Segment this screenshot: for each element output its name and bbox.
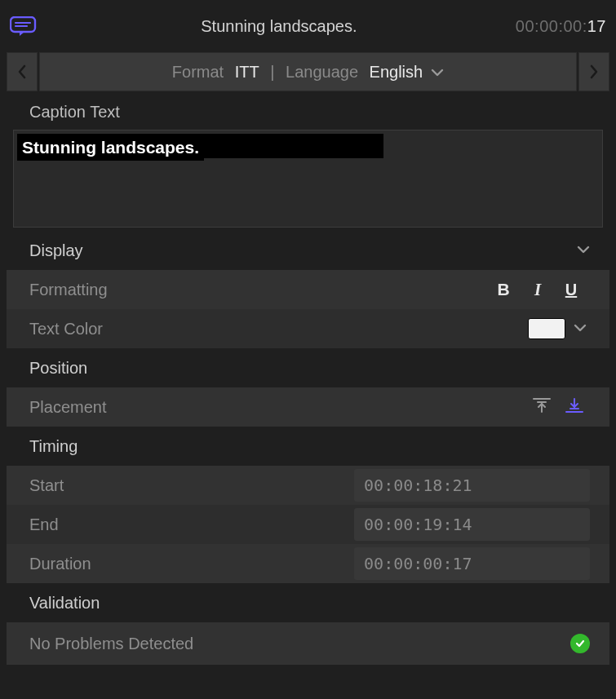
duration-value-field[interactable]: 00:00:00:17 (354, 547, 590, 580)
placement-row: Placement (7, 387, 609, 427)
timing-end-row: End 00:00:19:14 (7, 505, 609, 544)
text-color-row: Text Color (7, 309, 609, 348)
end-value-field[interactable]: 00:00:19:14 (354, 508, 590, 541)
placement-bottom-button[interactable] (565, 397, 583, 417)
caption-text-label: Caption Text (7, 91, 609, 130)
validation-status-text: No Problems Detected (29, 635, 570, 653)
validation-status-row: No Problems Detected (7, 622, 609, 665)
start-value: 00:00:18:21 (364, 476, 472, 495)
caption-text-selection-pad (204, 134, 383, 158)
timecode-prefix: 00:00:00: (516, 17, 587, 35)
display-section-header[interactable]: Display (7, 231, 609, 270)
formatting-row: Formatting B I U (7, 270, 609, 309)
format-label: Format (172, 63, 224, 82)
chevron-down-icon[interactable] (574, 321, 587, 336)
timing-section-header: Timing (7, 427, 609, 466)
italic-button[interactable]: I (531, 280, 544, 300)
format-value: ITT (235, 63, 259, 82)
language-value: English (370, 63, 423, 82)
underline-button[interactable]: U (564, 281, 578, 299)
chevron-down-icon (431, 63, 444, 82)
header-timecode: 00:00:00:17 (516, 16, 606, 36)
text-color-swatch[interactable] (528, 318, 565, 339)
start-label: Start (29, 476, 354, 495)
svg-rect-0 (11, 17, 35, 32)
validation-section-header: Validation (7, 583, 609, 622)
check-icon (574, 638, 586, 649)
text-color-label: Text Color (29, 320, 528, 338)
format-language-dropdown[interactable]: Format ITT | Language English (39, 52, 577, 91)
caption-text-value[interactable]: Stunning landscapes. (17, 134, 204, 161)
format-separator: | (270, 63, 274, 82)
duration-value: 00:00:00:17 (364, 554, 472, 573)
prev-caption-button[interactable] (7, 52, 38, 91)
timecode-frames: 17 (587, 17, 606, 35)
align-top-icon (533, 397, 551, 414)
bold-button[interactable]: B (495, 280, 512, 299)
chevron-right-icon (588, 64, 600, 79)
duration-label: Duration (29, 555, 354, 573)
placement-top-button[interactable] (533, 397, 551, 417)
align-bottom-icon (565, 397, 583, 414)
position-section-label: Position (29, 359, 590, 378)
position-section-header: Position (7, 348, 609, 387)
timing-section-label: Timing (29, 437, 590, 456)
caption-text-editor[interactable]: Stunning landscapes. (13, 130, 603, 228)
chevron-left-icon (16, 64, 28, 79)
validation-section-label: Validation (29, 594, 590, 613)
caption-indicator-icon (10, 16, 42, 36)
validation-ok-badge (570, 634, 590, 653)
language-label: Language (286, 63, 358, 82)
format-navbar: Format ITT | Language English (7, 52, 609, 91)
start-value-field[interactable]: 00:00:18:21 (354, 469, 590, 502)
chevron-down-icon (577, 243, 590, 258)
placement-label: Placement (29, 398, 533, 417)
timing-start-row: Start 00:00:18:21 (7, 466, 609, 505)
end-label: End (29, 515, 354, 534)
end-value: 00:00:19:14 (364, 515, 472, 534)
next-caption-button[interactable] (578, 52, 609, 91)
timing-duration-row: Duration 00:00:00:17 (7, 544, 609, 583)
page-title: Stunning landscapes. (42, 17, 516, 36)
display-section-label: Display (29, 241, 577, 260)
formatting-label: Formatting (29, 281, 495, 299)
